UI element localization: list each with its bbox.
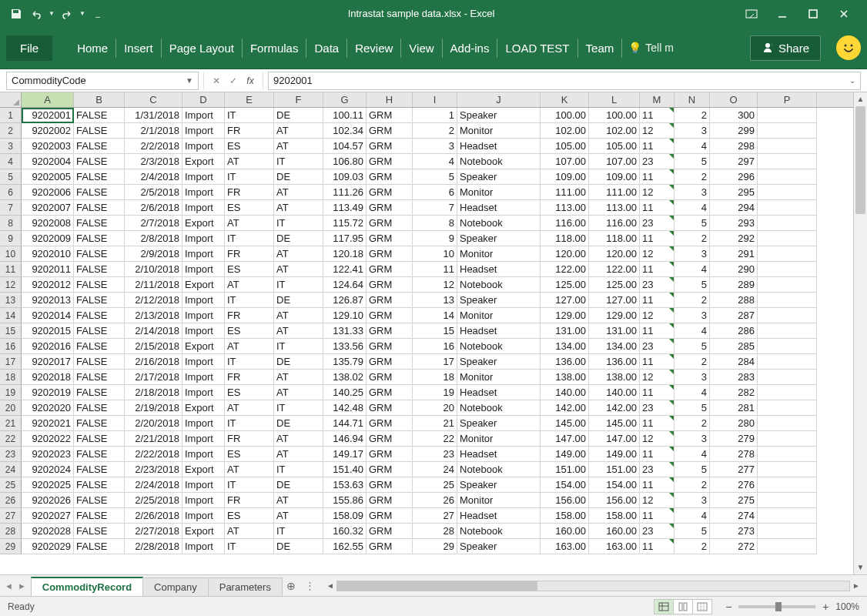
cell[interactable]: 100.11 (323, 108, 367, 123)
col-header-N[interactable]: N (675, 92, 710, 107)
cell[interactable]: 23 (640, 339, 675, 354)
cell[interactable]: Notebook (457, 339, 541, 354)
cell[interactable]: 136.00 (541, 354, 589, 370)
cell[interactable]: 273 (710, 524, 758, 539)
row-header[interactable]: 25 (0, 477, 22, 493)
cell[interactable]: 20 (413, 400, 457, 416)
cell[interactable]: GRM (367, 200, 413, 216)
row-header[interactable]: 20 (0, 400, 22, 416)
cell[interactable] (758, 431, 817, 447)
cell[interactable]: 297 (710, 154, 758, 169)
cell[interactable]: Import (182, 354, 225, 370)
cell[interactable]: Import (182, 323, 225, 339)
cell[interactable]: 298 (710, 139, 758, 154)
cell[interactable] (758, 447, 817, 462)
cell[interactable]: 23 (640, 400, 675, 416)
ribbon-tab-add-ins[interactable]: Add-ins (443, 38, 498, 58)
cell[interactable]: IT (225, 231, 274, 246)
cell[interactable]: 111.00 (589, 185, 640, 200)
cell[interactable]: AT (225, 400, 274, 416)
cell[interactable]: Import (182, 262, 225, 277)
cell[interactable]: 138.00 (589, 370, 640, 385)
cell[interactable]: 27 (413, 508, 457, 524)
row-header[interactable]: 10 (0, 246, 22, 262)
cell[interactable]: 9202025 (22, 477, 74, 493)
ribbon-tab-review[interactable]: Review (347, 38, 401, 58)
cell[interactable]: 279 (710, 431, 758, 447)
cell[interactable]: Import (182, 246, 225, 262)
cell[interactable]: 2 (413, 123, 457, 139)
cell[interactable]: FALSE (74, 524, 125, 539)
cell[interactable]: Notebook (457, 524, 541, 539)
cell[interactable]: 142.00 (589, 400, 640, 416)
cell[interactable]: GRM (367, 385, 413, 400)
cell[interactable]: 122.00 (589, 262, 640, 277)
cell[interactable]: 276 (710, 477, 758, 493)
cell[interactable]: 2/9/2018 (125, 246, 182, 262)
cell[interactable]: Monitor (457, 431, 541, 447)
cell[interactable]: 2 (675, 539, 710, 554)
cell[interactable]: 138.00 (541, 370, 589, 385)
cell[interactable]: 2/8/2018 (125, 231, 182, 246)
cell[interactable]: Import (182, 200, 225, 216)
cell[interactable]: 140.25 (323, 385, 367, 400)
cell[interactable]: 116.00 (589, 216, 640, 231)
row-header[interactable]: 4 (0, 154, 22, 169)
row-header[interactable]: 9 (0, 231, 22, 246)
cell[interactable]: 3 (675, 493, 710, 508)
cell[interactable]: 11 (640, 323, 675, 339)
ribbon-tab-data[interactable]: Data (306, 38, 347, 58)
cell[interactable] (758, 416, 817, 431)
cell[interactable]: 8 (413, 216, 457, 231)
cell[interactable]: 147.00 (589, 431, 640, 447)
cell[interactable]: Import (182, 123, 225, 139)
cell[interactable]: 111.00 (541, 185, 589, 200)
cell[interactable]: FALSE (74, 462, 125, 477)
cell[interactable]: 2/24/2018 (125, 477, 182, 493)
cell[interactable]: FALSE (74, 539, 125, 554)
cell[interactable]: Export (182, 216, 225, 231)
row-header[interactable]: 13 (0, 293, 22, 308)
cell[interactable]: 281 (710, 400, 758, 416)
cell[interactable]: Import (182, 493, 225, 508)
cell[interactable]: FR (225, 493, 274, 508)
cell[interactable]: 294 (710, 200, 758, 216)
cell[interactable]: 2/27/2018 (125, 524, 182, 539)
cell[interactable]: 13 (413, 293, 457, 308)
cell[interactable]: 28 (413, 524, 457, 539)
cell[interactable] (758, 216, 817, 231)
cell[interactable]: Import (182, 169, 225, 185)
cell[interactable]: FR (225, 370, 274, 385)
cell[interactable]: FR (225, 185, 274, 200)
cell[interactable]: Import (182, 139, 225, 154)
cell[interactable]: GRM (367, 370, 413, 385)
row-header[interactable]: 23 (0, 447, 22, 462)
cell[interactable]: AT (225, 216, 274, 231)
cell[interactable]: 5 (675, 462, 710, 477)
ribbon-options-icon[interactable] (736, 2, 767, 25)
cell[interactable]: Speaker (457, 293, 541, 308)
cell[interactable]: ES (225, 447, 274, 462)
cell[interactable]: 9202015 (22, 323, 74, 339)
share-button[interactable]: Share (750, 35, 821, 61)
cell[interactable]: 158.09 (323, 508, 367, 524)
qat-customize-icon[interactable]: ⎯ (89, 5, 106, 22)
cell[interactable]: Monitor (457, 308, 541, 323)
cell[interactable]: Import (182, 370, 225, 385)
cell[interactable]: 127.00 (589, 293, 640, 308)
cell[interactable]: 295 (710, 185, 758, 200)
cell[interactable]: FR (225, 431, 274, 447)
cell[interactable]: Import (182, 416, 225, 431)
row-header[interactable]: 28 (0, 524, 22, 539)
cell[interactable]: ES (225, 200, 274, 216)
cell[interactable]: 109.03 (323, 169, 367, 185)
cell[interactable]: 9202002 (22, 123, 74, 139)
cell[interactable]: FALSE (74, 400, 125, 416)
cell[interactable]: 9202018 (22, 370, 74, 385)
cell[interactable]: GRM (367, 354, 413, 370)
cell[interactable]: AT (225, 277, 274, 293)
cell[interactable]: 2/4/2018 (125, 169, 182, 185)
cell[interactable]: GRM (367, 139, 413, 154)
cell[interactable]: 4 (675, 508, 710, 524)
col-header-L[interactable]: L (589, 92, 640, 107)
